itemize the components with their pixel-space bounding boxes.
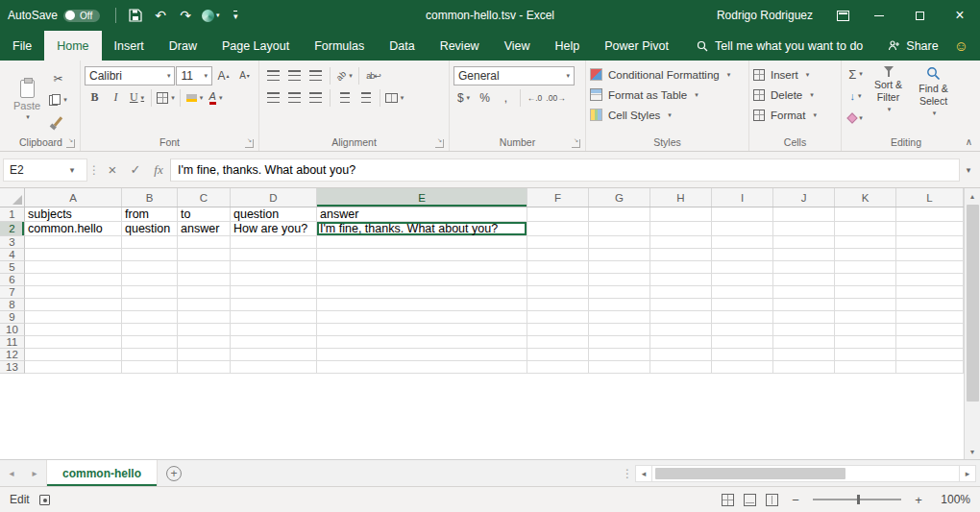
cell-K3[interactable] — [835, 236, 896, 249]
cell-I7[interactable] — [712, 286, 773, 299]
cell-B2[interactable]: question — [122, 222, 178, 236]
middle-align-button[interactable] — [284, 66, 305, 85]
cell-C2[interactable]: answer — [178, 222, 231, 236]
cell-H2[interactable] — [650, 222, 712, 236]
cell-C11[interactable] — [178, 336, 231, 349]
cell-C4[interactable] — [178, 249, 231, 261]
page-break-preview-icon[interactable] — [766, 494, 778, 506]
cell-H10[interactable] — [650, 324, 712, 336]
save-button[interactable] — [124, 3, 147, 28]
cell-A2[interactable]: common.hello — [25, 222, 122, 236]
cell-A9[interactable] — [25, 311, 122, 324]
cell-L9[interactable] — [896, 311, 964, 324]
cell-F2[interactable] — [527, 222, 589, 236]
cell-L12[interactable] — [896, 349, 964, 361]
cell-H9[interactable] — [650, 311, 712, 324]
cell-E3[interactable] — [317, 236, 527, 249]
row-header-2[interactable]: 2 — [0, 222, 25, 236]
cell-J8[interactable] — [773, 299, 835, 311]
confirm-entry-button[interactable]: ✓ — [124, 158, 147, 182]
cell-I9[interactable] — [712, 311, 773, 324]
cell-E6[interactable] — [317, 274, 527, 286]
cell-B1[interactable]: from — [122, 207, 178, 222]
select-all-corner[interactable] — [0, 188, 25, 207]
horizontal-scrollbar[interactable] — [620, 460, 980, 486]
cell-I10[interactable] — [712, 324, 773, 336]
minimize-button[interactable] — [859, 0, 899, 31]
column-header-J[interactable]: J — [773, 188, 835, 207]
cell-I8[interactable] — [712, 299, 773, 311]
comma-style-button[interactable]: , — [496, 88, 516, 108]
scroll-up-arrow-icon[interactable]: ▴ — [965, 188, 980, 204]
cell-J5[interactable] — [773, 261, 835, 274]
column-header-G[interactable]: G — [589, 188, 650, 207]
cell-E1[interactable]: answer — [317, 207, 527, 222]
horizontal-scroll-track[interactable] — [652, 465, 959, 482]
cell-H3[interactable] — [650, 236, 712, 249]
cell-I5[interactable] — [712, 261, 773, 274]
row-header-6[interactable]: 6 — [0, 274, 25, 286]
alignment-dialog-launcher[interactable] — [435, 139, 444, 148]
cell-K12[interactable] — [835, 349, 896, 361]
cell-L1[interactable] — [896, 207, 964, 222]
tab-draw[interactable]: Draw — [157, 31, 209, 61]
cell-K6[interactable] — [835, 274, 896, 286]
increase-indent-button[interactable] — [355, 88, 376, 108]
cell-C12[interactable] — [178, 349, 231, 361]
cell-F12[interactable] — [527, 349, 589, 361]
bottom-align-button[interactable] — [306, 66, 326, 85]
cell-I1[interactable] — [712, 207, 773, 222]
autosave-toggle[interactable]: AutoSave Off — [8, 9, 100, 22]
row-header-13[interactable]: 13 — [0, 361, 25, 374]
cell-J3[interactable] — [773, 236, 835, 249]
cell-J13[interactable] — [773, 361, 835, 374]
cell-D13[interactable] — [231, 361, 317, 374]
cell-C3[interactable] — [178, 236, 231, 249]
cell-K8[interactable] — [835, 299, 896, 311]
cell-D5[interactable] — [231, 261, 317, 274]
cell-J6[interactable] — [773, 274, 835, 286]
cell-F5[interactable] — [527, 261, 589, 274]
next-sheet-button[interactable] — [23, 460, 46, 486]
cell-H5[interactable] — [650, 261, 712, 274]
cell-C5[interactable] — [178, 261, 231, 274]
tell-me-box[interactable]: Tell me what you want to do — [683, 31, 876, 61]
orientation-button[interactable] — [334, 66, 355, 85]
cell-I4[interactable] — [712, 249, 773, 261]
bold-button[interactable]: B — [85, 88, 105, 108]
cell-L6[interactable] — [896, 274, 964, 286]
column-header-I[interactable]: I — [712, 188, 773, 207]
cell-B13[interactable] — [122, 361, 178, 374]
cell-L10[interactable] — [896, 324, 964, 336]
cell-C8[interactable] — [178, 299, 231, 311]
zoom-out-button[interactable]: − — [788, 493, 803, 507]
cell-E10[interactable] — [317, 324, 527, 336]
cell-D12[interactable] — [231, 349, 317, 361]
cell-B7[interactable] — [122, 286, 178, 299]
cell-C13[interactable] — [178, 361, 231, 374]
cell-A6[interactable] — [25, 274, 122, 286]
tab-formulas[interactable]: Formulas — [302, 31, 377, 61]
font-dialog-launcher[interactable] — [245, 139, 254, 148]
cell-L11[interactable] — [896, 336, 964, 349]
cell-I11[interactable] — [712, 336, 773, 349]
cell-C6[interactable] — [178, 274, 231, 286]
cell-F7[interactable] — [527, 286, 589, 299]
cell-J7[interactable] — [773, 286, 835, 299]
scroll-left-arrow-icon[interactable] — [635, 465, 652, 482]
cell-C7[interactable] — [178, 286, 231, 299]
clipboard-dialog-launcher[interactable] — [66, 139, 75, 148]
row-header-12[interactable]: 12 — [0, 349, 25, 361]
cell-G13[interactable] — [589, 361, 650, 374]
cell-G1[interactable] — [589, 207, 650, 222]
tab-page-layout[interactable]: Page Layout — [209, 31, 302, 61]
cell-J4[interactable] — [773, 249, 835, 261]
name-box-dropdown-icon[interactable] — [63, 165, 81, 175]
cell-L5[interactable] — [896, 261, 964, 274]
tab-file[interactable]: File — [0, 31, 44, 61]
cell-A8[interactable] — [25, 299, 122, 311]
cell-styles-button[interactable]: Cell Styles — [590, 105, 745, 125]
cell-D6[interactable] — [231, 274, 317, 286]
cell-B4[interactable] — [122, 249, 178, 261]
row-header-1[interactable]: 1 — [0, 207, 25, 222]
